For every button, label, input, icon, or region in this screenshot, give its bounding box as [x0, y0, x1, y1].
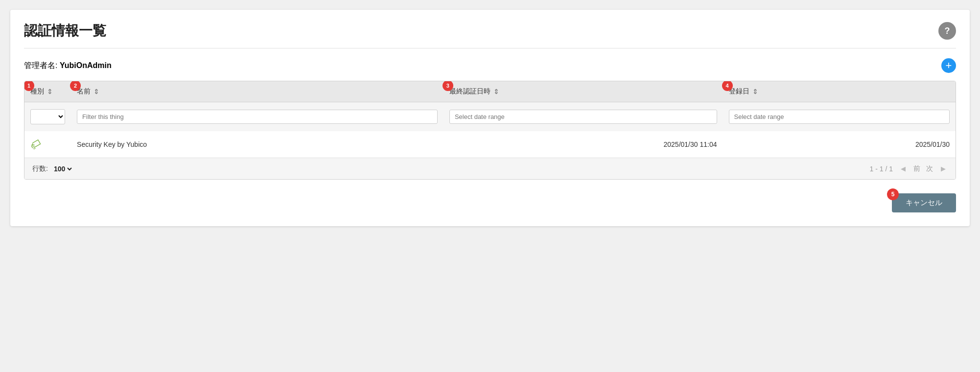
last-auth-filter-input[interactable]: [449, 110, 717, 124]
page-header: 認証情報一覧 ?: [24, 22, 956, 48]
page-title: 認証情報一覧: [24, 22, 106, 40]
page-info-text: 1 - 1 / 1: [870, 165, 893, 173]
table-wrapper: 1 種別 ⇕ 2 名前 ⇕: [24, 81, 956, 180]
type-filter-select[interactable]: [30, 109, 65, 124]
add-button[interactable]: +: [941, 58, 956, 73]
main-container: 認証情報一覧 ? 管理者名: YubiOnAdmin + 1 種別 ⇕: [10, 10, 970, 226]
reg-date-filter-input[interactable]: [729, 110, 950, 124]
data-table: 1 種別 ⇕ 2 名前 ⇕: [24, 81, 956, 158]
admin-name: YubiOnAdmin: [60, 61, 112, 70]
row-reg-date: 2025/01/30: [915, 140, 950, 148]
col-last-auth-label: 最終認証日時: [449, 87, 490, 96]
table-filter-row: [24, 102, 956, 132]
col3-badge: 3: [443, 81, 453, 91]
col4-badge: 4: [722, 81, 733, 91]
col-reg-date-header[interactable]: 4 登録日 ⇕: [723, 81, 956, 102]
col-reg-date-sort-icon: ⇕: [752, 88, 758, 95]
footer-actions: 5 キャンセル: [24, 193, 956, 212]
help-button[interactable]: ?: [938, 22, 956, 40]
col-type-header[interactable]: 1 種別 ⇕: [24, 81, 71, 102]
next-label: 次: [926, 164, 933, 173]
col-last-auth-sort-icon: ⇕: [493, 88, 499, 95]
col-name-sort-icon: ⇕: [93, 88, 99, 95]
admin-label: 管理者名:: [24, 61, 57, 70]
rows-per-page-section: 行数: 100 50 25: [32, 164, 73, 173]
security-key-icon: 🏷: [28, 136, 44, 153]
next-arrow-btn[interactable]: ▶: [939, 164, 948, 173]
table-row: 🏷 Security Key by Yubico 2025/01/30 11:0…: [24, 131, 956, 158]
table-header-row: 1 種別 ⇕ 2 名前 ⇕: [24, 81, 956, 102]
row-last-auth: 2025/01/30 11:04: [664, 140, 717, 148]
prev-arrow-btn[interactable]: ◀: [899, 164, 908, 173]
pagination-row: 行数: 100 50 25 1 - 1 / 1 ◀ 前 次 ▶: [24, 158, 956, 179]
cell-reg-date: 2025/01/30: [723, 131, 956, 158]
cell-type: 🏷: [24, 131, 71, 158]
filter-last-auth-cell: [443, 102, 723, 132]
pagination-info: 1 - 1 / 1 ◀ 前 次 ▶: [870, 164, 948, 173]
col-name-header[interactable]: 2 名前 ⇕: [71, 81, 443, 102]
filter-type-cell: [24, 102, 71, 132]
col-type-sort-icon: ⇕: [47, 88, 53, 95]
admin-row: 管理者名: YubiOnAdmin +: [24, 58, 956, 73]
cancel-badge: 5: [887, 188, 899, 200]
name-filter-input[interactable]: [77, 110, 438, 124]
row-name: Security Key by Yubico: [77, 140, 147, 148]
col-last-auth-header[interactable]: 3 最終認証日時 ⇕: [443, 81, 723, 102]
filter-reg-date-cell: [723, 102, 956, 132]
filter-name-cell: [71, 102, 443, 132]
cell-name: Security Key by Yubico: [71, 131, 443, 158]
prev-label: 前: [913, 164, 920, 173]
cell-last-auth: 2025/01/30 11:04: [443, 131, 723, 158]
cancel-button[interactable]: 5 キャンセル: [892, 193, 956, 212]
rows-label: 行数:: [32, 164, 48, 173]
cancel-label: キャンセル: [906, 198, 942, 207]
rows-per-page-select[interactable]: 100 50 25: [52, 164, 73, 173]
admin-label-wrap: 管理者名: YubiOnAdmin: [24, 61, 112, 71]
